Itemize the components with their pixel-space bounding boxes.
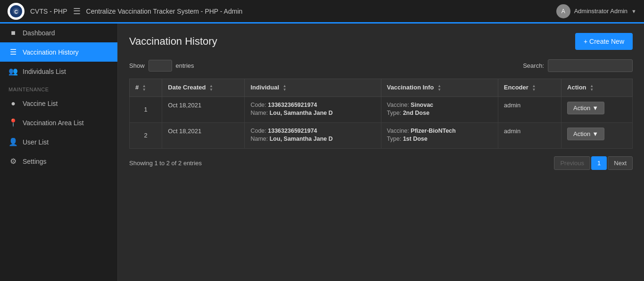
prev-button[interactable]: Previous (554, 156, 590, 170)
search-label: Search: (523, 62, 544, 69)
vaccine-label-1: Vaccine: (387, 128, 411, 134)
maintenance-section-label: Maintenance (0, 81, 117, 94)
cell-individual-0: Code: 133632365921974 Name: Lou, Samanth… (245, 96, 381, 122)
type-value-1: 1st Dose (403, 136, 428, 142)
cell-date-1: Oct 18,2021 (162, 122, 245, 148)
history-icon: ☰ (8, 48, 18, 56)
cell-num-1: 2 (130, 122, 162, 148)
page-title: Vaccination History (129, 35, 217, 48)
action-button-1[interactable]: Action ▼ (567, 128, 604, 140)
sidebar-item-user-list[interactable]: 👤 User List (0, 132, 117, 152)
topbar-right: A Adminstrator Admin ▼ (556, 4, 636, 18)
pagination: Previous 1 Next (554, 156, 633, 170)
people-icon: 👥 (8, 67, 18, 76)
search-input[interactable] (548, 59, 633, 72)
type-label-1: Type: (387, 136, 403, 142)
data-table: # ▲▼ Date Created ▲▼ Individual ▲▼ Vacci… (129, 79, 633, 149)
action-caret-1: ▼ (592, 130, 598, 137)
sidebar-item-vaccine-list[interactable]: ● Vaccine List (0, 94, 117, 113)
admin-dropdown-icon[interactable]: ▼ (631, 8, 636, 14)
brand-label: CVTS - PHP (30, 8, 67, 15)
cell-action-0: Action ▼ (561, 96, 633, 122)
sidebar-item-vaccination-history[interactable]: ☰ Vaccination History (0, 42, 117, 62)
sidebar-label-vaccination-area-list: Vaccination Area List (23, 119, 84, 127)
page-1-button[interactable]: 1 (591, 156, 607, 170)
app-logo: C (8, 3, 25, 20)
table-row: 1 Oct 18,2021 Code: 133632365921974 Name… (130, 96, 633, 122)
main-layout: ■ Dashboard ☰ Vaccination History 👥 Indi… (0, 24, 644, 281)
sidebar-item-vaccination-area-list[interactable]: 📍 Vaccination Area List (0, 113, 117, 132)
showing-text: Showing 1 to 2 of 2 entries (129, 160, 202, 167)
cell-encoder-0: admin (498, 96, 561, 122)
show-label: Show (129, 62, 145, 69)
sidebar-label-vaccination-history: Vaccination History (23, 48, 79, 56)
map-icon: 📍 (8, 118, 18, 127)
next-button[interactable]: Next (608, 156, 633, 170)
vaccine-label-0: Vaccine: (387, 102, 411, 108)
name-value-0: Lou, Samantha Jane D (270, 110, 333, 116)
col-num[interactable]: # ▲▼ (130, 79, 162, 97)
sort-num-icon: ▲▼ (142, 84, 146, 92)
table-controls: Show 10 entries Search: (129, 59, 633, 72)
sidebar-label-dashboard: Dashboard (23, 29, 55, 37)
sidebar-label-individuals-list: Individuals List (23, 68, 66, 75)
code-value-0: 133632365921974 (268, 102, 317, 108)
cell-encoder-1: admin (498, 122, 561, 148)
col-action[interactable]: Action ▲▼ (561, 79, 633, 97)
vaccine-icon: ● (8, 99, 18, 108)
name-label-0: Name: (250, 110, 269, 116)
col-encoder[interactable]: Encoder ▲▼ (498, 79, 561, 97)
cell-date-0: Oct 18,2021 (162, 96, 245, 122)
cell-action-1: Action ▼ (561, 122, 633, 148)
sidebar: ■ Dashboard ☰ Vaccination History 👥 Indi… (0, 24, 118, 281)
col-date-created[interactable]: Date Created ▲▼ (162, 79, 245, 97)
entries-label: entries (176, 62, 194, 69)
cell-num-0: 1 (130, 96, 162, 122)
table-header-row: # ▲▼ Date Created ▲▼ Individual ▲▼ Vacci… (130, 79, 633, 97)
code-label-1: Code: (250, 128, 268, 134)
admin-name[interactable]: Adminstrator Admin (574, 8, 627, 15)
sort-encoder-icon: ▲▼ (532, 84, 536, 92)
svg-text:C: C (14, 9, 17, 15)
cell-individual-1: Code: 133632365921974 Name: Lou, Samanth… (245, 122, 381, 148)
topbar: C CVTS - PHP ☰ Centralize Vaccination Tr… (0, 0, 644, 24)
sort-action-icon: ▲▼ (590, 84, 594, 92)
cell-vacc-info-0: Vaccine: Sinovac Type: 2nd Dose (381, 96, 498, 122)
sidebar-item-individuals-list[interactable]: 👥 Individuals List (0, 62, 117, 81)
code-label-0: Code: (250, 102, 268, 108)
page-header: Vaccination History + Create New (129, 33, 633, 50)
show-entries-control: Show 10 entries (129, 60, 194, 72)
name-label-1: Name: (250, 136, 269, 142)
vaccine-value-1: Pfizer-BioNTech (411, 128, 456, 134)
table-row: 2 Oct 18,2021 Code: 133632365921974 Name… (130, 122, 633, 148)
dashboard-icon: ■ (8, 29, 18, 37)
sort-date-icon: ▲▼ (209, 84, 213, 92)
col-vaccination-info[interactable]: Vaccination Info ▲▼ (381, 79, 498, 97)
sidebar-label-vaccine-list: Vaccine List (23, 100, 58, 107)
topbar-left: C CVTS - PHP ☰ Centralize Vaccination Tr… (8, 3, 242, 20)
header-title: Centralize Vaccination Tracker System - … (86, 8, 243, 15)
pagination-row: Showing 1 to 2 of 2 entries Previous 1 N… (129, 156, 633, 170)
col-individual[interactable]: Individual ▲▼ (245, 79, 381, 97)
create-new-button[interactable]: + Create New (575, 33, 633, 50)
avatar: A (556, 4, 570, 18)
sidebar-label-settings: Settings (23, 158, 47, 165)
sort-vacc-icon: ▲▼ (438, 84, 441, 92)
sidebar-label-user-list: User List (23, 138, 49, 146)
vaccine-value-0: Sinovac (411, 102, 433, 108)
name-value-1: Lou, Samantha Jane D (270, 136, 333, 142)
main-content: Vaccination History + Create New Show 10… (118, 24, 644, 281)
code-value-1: 133632365921974 (268, 128, 317, 134)
sidebar-item-dashboard[interactable]: ■ Dashboard (0, 24, 117, 42)
search-box: Search: (523, 59, 633, 72)
type-label-0: Type: (387, 110, 403, 116)
cell-vacc-info-1: Vaccine: Pfizer-BioNTech Type: 1st Dose (381, 122, 498, 148)
sidebar-item-settings[interactable]: ⚙ Settings (0, 152, 117, 171)
sort-individual-icon: ▲▼ (283, 84, 287, 92)
users-icon: 👤 (8, 137, 18, 146)
settings-icon: ⚙ (8, 157, 18, 166)
action-caret-0: ▼ (592, 104, 598, 112)
show-entries-input[interactable]: 10 (149, 60, 172, 72)
action-button-0[interactable]: Action ▼ (567, 102, 604, 114)
hamburger-icon[interactable]: ☰ (73, 6, 81, 16)
